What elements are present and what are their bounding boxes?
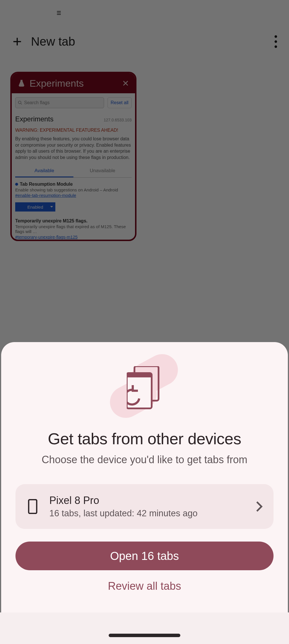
svg-rect-14 bbox=[29, 500, 37, 513]
chevron-right-icon bbox=[255, 501, 263, 512]
open-tabs-button[interactable]: Open 16 tabs bbox=[15, 542, 274, 570]
sheet-title: Get tabs from other devices bbox=[15, 429, 274, 448]
svg-rect-13 bbox=[127, 373, 152, 377]
bottom-sheet: Get tabs from other devices Choose the d… bbox=[1, 342, 288, 612]
review-all-tabs-button[interactable]: Review all tabs bbox=[15, 580, 274, 592]
system-nav-bar bbox=[0, 612, 289, 644]
smartphone-icon bbox=[28, 499, 38, 514]
device-meta: 16 tabs, last updated: 42 minutes ago bbox=[49, 508, 255, 519]
restore-tabs-illustration-icon bbox=[113, 359, 176, 417]
device-row[interactable]: Pixel 8 Pro 16 tabs, last updated: 42 mi… bbox=[15, 484, 274, 529]
device-name: Pixel 8 Pro bbox=[49, 494, 255, 507]
gesture-handle-icon[interactable] bbox=[109, 634, 180, 637]
sheet-subtitle: Choose the device you'd like to get tabs… bbox=[15, 454, 274, 466]
